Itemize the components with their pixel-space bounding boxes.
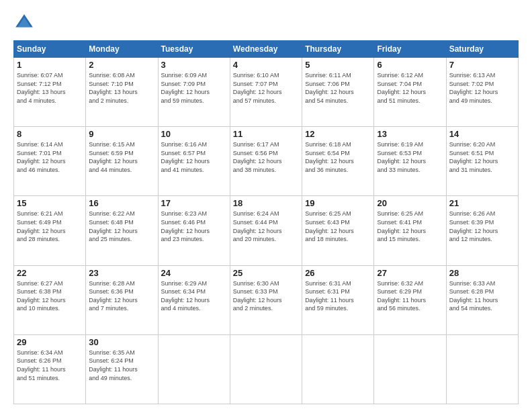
day-number: 28	[449, 268, 515, 278]
weekday-header-friday: Friday	[374, 41, 446, 58]
day-number: 19	[305, 198, 371, 208]
calendar-cell: 12Sunrise: 6:18 AM Sunset: 6:54 PM Dayli…	[302, 127, 374, 196]
day-info: Sunrise: 6:25 AM Sunset: 6:41 PM Dayligh…	[377, 210, 443, 243]
day-number: 9	[89, 129, 154, 139]
calendar-cell: 30Sunrise: 6:35 AM Sunset: 6:24 PM Dayli…	[86, 334, 158, 404]
calendar-cell: 23Sunrise: 6:28 AM Sunset: 6:36 PM Dayli…	[86, 265, 158, 334]
day-number: 26	[305, 268, 371, 278]
day-info: Sunrise: 6:08 AM Sunset: 7:10 PM Dayligh…	[89, 71, 154, 105]
day-info: Sunrise: 6:27 AM Sunset: 6:38 PM Dayligh…	[17, 279, 83, 313]
day-info: Sunrise: 6:32 AM Sunset: 6:29 PM Dayligh…	[377, 279, 443, 313]
day-info: Sunrise: 6:13 AM Sunset: 7:02 PM Dayligh…	[449, 71, 515, 105]
day-number: 13	[377, 129, 443, 139]
calendar-cell	[374, 334, 446, 404]
day-number: 10	[161, 129, 227, 139]
weekday-header-tuesday: Tuesday	[158, 41, 230, 58]
day-info: Sunrise: 6:26 AM Sunset: 6:39 PM Dayligh…	[449, 210, 515, 243]
day-info: Sunrise: 6:23 AM Sunset: 6:46 PM Dayligh…	[161, 210, 227, 243]
day-number: 14	[449, 129, 515, 139]
calendar-cell: 16Sunrise: 6:22 AM Sunset: 6:48 PM Dayli…	[86, 196, 158, 265]
day-info: Sunrise: 6:25 AM Sunset: 6:43 PM Dayligh…	[305, 210, 371, 243]
calendar-cell: 17Sunrise: 6:23 AM Sunset: 6:46 PM Dayli…	[158, 196, 230, 265]
day-info: Sunrise: 6:22 AM Sunset: 6:48 PM Dayligh…	[89, 210, 154, 243]
day-number: 23	[89, 268, 154, 278]
day-info: Sunrise: 6:10 AM Sunset: 7:07 PM Dayligh…	[233, 71, 299, 105]
day-info: Sunrise: 6:11 AM Sunset: 7:06 PM Dayligh…	[305, 71, 371, 105]
calendar-cell	[302, 334, 374, 404]
day-number: 4	[233, 60, 299, 70]
day-info: Sunrise: 6:20 AM Sunset: 6:51 PM Dayligh…	[449, 140, 515, 174]
calendar-week-row: 8Sunrise: 6:14 AM Sunset: 7:01 PM Daylig…	[14, 127, 519, 196]
calendar-cell: 21Sunrise: 6:26 AM Sunset: 6:39 PM Dayli…	[446, 196, 518, 265]
calendar-cell: 27Sunrise: 6:32 AM Sunset: 6:29 PM Dayli…	[374, 265, 446, 334]
calendar-cell: 20Sunrise: 6:25 AM Sunset: 6:41 PM Dayli…	[374, 196, 446, 265]
day-info: Sunrise: 6:35 AM Sunset: 6:24 PM Dayligh…	[89, 349, 154, 382]
calendar-cell: 15Sunrise: 6:21 AM Sunset: 6:49 PM Dayli…	[14, 196, 86, 265]
day-number: 25	[233, 268, 299, 278]
calendar-cell: 26Sunrise: 6:31 AM Sunset: 6:31 PM Dayli…	[302, 265, 374, 334]
calendar-cell: 28Sunrise: 6:33 AM Sunset: 6:28 PM Dayli…	[446, 265, 518, 334]
calendar-cell: 29Sunrise: 6:34 AM Sunset: 6:26 PM Dayli…	[14, 334, 86, 404]
day-number: 12	[305, 129, 371, 139]
page: SundayMondayTuesdayWednesdayThursdayFrid…	[0, 0, 532, 411]
calendar-cell: 22Sunrise: 6:27 AM Sunset: 6:38 PM Dayli…	[14, 265, 86, 334]
header	[13, 12, 519, 34]
calendar-week-row: 22Sunrise: 6:27 AM Sunset: 6:38 PM Dayli…	[14, 265, 519, 334]
weekday-header-sunday: Sunday	[14, 41, 86, 58]
calendar-week-row: 1Sunrise: 6:07 AM Sunset: 7:12 PM Daylig…	[14, 58, 519, 127]
day-info: Sunrise: 6:09 AM Sunset: 7:09 PM Dayligh…	[161, 71, 227, 105]
logo-icon	[13, 12, 35, 34]
weekday-header-monday: Monday	[86, 41, 158, 58]
calendar-week-row: 29Sunrise: 6:34 AM Sunset: 6:26 PM Dayli…	[14, 334, 519, 404]
day-info: Sunrise: 6:12 AM Sunset: 7:04 PM Dayligh…	[377, 71, 443, 105]
calendar-cell	[230, 334, 302, 404]
day-number: 21	[449, 198, 515, 208]
day-number: 7	[449, 60, 515, 70]
weekday-header-saturday: Saturday	[446, 41, 518, 58]
day-number: 8	[17, 129, 83, 139]
day-number: 3	[161, 60, 227, 70]
day-number: 29	[17, 337, 83, 347]
calendar-cell: 8Sunrise: 6:14 AM Sunset: 7:01 PM Daylig…	[14, 127, 86, 196]
calendar-cell: 3Sunrise: 6:09 AM Sunset: 7:09 PM Daylig…	[158, 58, 230, 127]
day-number: 20	[377, 198, 443, 208]
logo	[13, 12, 39, 34]
weekday-header-thursday: Thursday	[302, 41, 374, 58]
day-number: 15	[17, 198, 83, 208]
day-number: 16	[89, 198, 154, 208]
weekday-header-wednesday: Wednesday	[230, 41, 302, 58]
day-number: 17	[161, 198, 227, 208]
day-info: Sunrise: 6:16 AM Sunset: 6:57 PM Dayligh…	[161, 140, 227, 174]
day-info: Sunrise: 6:34 AM Sunset: 6:26 PM Dayligh…	[17, 349, 83, 382]
day-info: Sunrise: 6:19 AM Sunset: 6:53 PM Dayligh…	[377, 140, 443, 174]
calendar-cell: 24Sunrise: 6:29 AM Sunset: 6:34 PM Dayli…	[158, 265, 230, 334]
calendar-cell: 5Sunrise: 6:11 AM Sunset: 7:06 PM Daylig…	[302, 58, 374, 127]
day-info: Sunrise: 6:17 AM Sunset: 6:56 PM Dayligh…	[233, 140, 299, 174]
day-info: Sunrise: 6:14 AM Sunset: 7:01 PM Dayligh…	[17, 140, 83, 174]
day-number: 24	[161, 268, 227, 278]
day-info: Sunrise: 6:21 AM Sunset: 6:49 PM Dayligh…	[17, 210, 83, 243]
calendar-week-row: 15Sunrise: 6:21 AM Sunset: 6:49 PM Dayli…	[14, 196, 519, 265]
calendar-cell: 7Sunrise: 6:13 AM Sunset: 7:02 PM Daylig…	[446, 58, 518, 127]
calendar-cell: 6Sunrise: 6:12 AM Sunset: 7:04 PM Daylig…	[374, 58, 446, 127]
day-number: 30	[89, 337, 154, 347]
weekday-header-row: SundayMondayTuesdayWednesdayThursdayFrid…	[14, 41, 519, 58]
day-info: Sunrise: 6:29 AM Sunset: 6:34 PM Dayligh…	[161, 279, 227, 313]
calendar-cell: 4Sunrise: 6:10 AM Sunset: 7:07 PM Daylig…	[230, 58, 302, 127]
day-info: Sunrise: 6:24 AM Sunset: 6:44 PM Dayligh…	[233, 210, 299, 243]
day-info: Sunrise: 6:33 AM Sunset: 6:28 PM Dayligh…	[449, 279, 515, 313]
day-number: 5	[305, 60, 371, 70]
calendar-cell: 11Sunrise: 6:17 AM Sunset: 6:56 PM Dayli…	[230, 127, 302, 196]
day-number: 18	[233, 198, 299, 208]
calendar-cell: 25Sunrise: 6:30 AM Sunset: 6:33 PM Dayli…	[230, 265, 302, 334]
calendar-cell	[446, 334, 518, 404]
day-info: Sunrise: 6:31 AM Sunset: 6:31 PM Dayligh…	[305, 279, 371, 313]
calendar-cell: 10Sunrise: 6:16 AM Sunset: 6:57 PM Dayli…	[158, 127, 230, 196]
day-number: 27	[377, 268, 443, 278]
day-number: 6	[377, 60, 443, 70]
day-number: 22	[17, 268, 83, 278]
day-number: 1	[17, 60, 83, 70]
calendar-cell: 18Sunrise: 6:24 AM Sunset: 6:44 PM Dayli…	[230, 196, 302, 265]
calendar-cell: 19Sunrise: 6:25 AM Sunset: 6:43 PM Dayli…	[302, 196, 374, 265]
day-info: Sunrise: 6:07 AM Sunset: 7:12 PM Dayligh…	[17, 71, 83, 105]
